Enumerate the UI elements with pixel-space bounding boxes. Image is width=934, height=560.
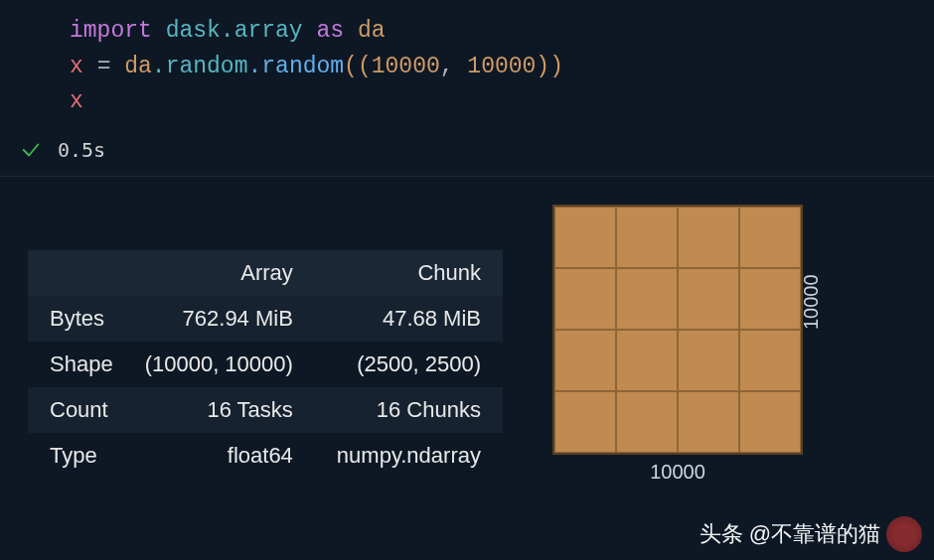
checkmark-icon [20,139,42,161]
chunk-cell [739,207,801,268]
y-axis-label: 10000 [799,274,822,330]
row-label: Bytes [28,296,123,342]
row-chunk: (2500, 2500) [315,342,503,387]
chunk-cell [739,268,801,330]
chunk-cell [739,330,801,391]
row-chunk: 47.68 MiB [315,296,503,342]
row-array: float64 [123,433,315,479]
variable: x [70,88,83,114]
row-array: 16 Tasks [123,387,315,433]
table-row: Shape (10000, 10000) (2500, 2500) [28,342,503,387]
row-label: Shape [28,342,123,387]
chunk-cell [554,391,616,453]
array-info-table: Array Chunk Bytes 762.94 MiB 47.68 MiB S… [28,250,503,479]
arg-2: 10000 [467,54,536,79]
watermark-text: 头条 @不靠谱的猫 [700,519,880,549]
execution-status: 0.5s [0,128,934,176]
table-row: Bytes 762.94 MiB 47.68 MiB [28,296,503,342]
header-chunk: Chunk [315,250,503,296]
code-cell[interactable]: import dask.array as da x = da.random.ra… [0,0,934,128]
array-visualization: 10000 10000 [552,205,860,512]
paren-open: (( [344,54,372,79]
chunk-cell [554,268,616,330]
alias-name: da [358,18,386,44]
comma: , [440,54,468,79]
watermark: 头条 @不靠谱的猫 [700,516,922,552]
row-chunk: 16 Chunks [315,387,503,433]
chunk-cell [739,391,801,453]
submodule: .random [152,54,248,79]
table-row: Count 16 Tasks 16 Chunks [28,387,503,433]
watermark-logo-icon [886,516,922,552]
header-array: Array [123,250,315,296]
execution-time: 0.5s [58,138,105,162]
chunk-cell [678,330,739,391]
row-array: 762.94 MiB [123,296,315,342]
chunk-cell [678,391,739,453]
row-label: Type [28,433,123,479]
chunk-cell [678,268,739,330]
row-chunk: numpy.ndarray [315,433,503,479]
chunk-cell [616,207,678,268]
table-row: Type float64 numpy.ndarray [28,433,503,479]
code-line-1: import dask.array as da [70,14,934,50]
cell-output: Array Chunk Bytes 762.94 MiB 47.68 MiB S… [0,176,934,512]
keyword-import: import [70,18,152,44]
keyword-as: as [316,18,344,44]
chunk-cell [554,330,616,391]
chunk-cell [616,330,678,391]
chunk-cell [616,391,678,453]
header-blank [28,250,123,296]
code-line-2: x = da.random.random((10000, 10000)) [70,50,934,85]
row-array: (10000, 10000) [123,342,315,387]
operator: = [97,54,111,79]
row-label: Count [28,387,123,433]
code-line-3: x [70,84,934,120]
arg-1: 10000 [372,54,440,79]
chunk-cell [616,268,678,330]
paren-close: )) [536,54,563,79]
x-axis-label: 10000 [650,461,705,484]
module-name: dask.array [166,18,303,44]
variable: x [70,54,83,79]
chunk-cell [554,207,616,268]
chunk-cell [678,207,739,268]
method: .random [247,54,344,79]
chunk-grid [552,205,803,455]
object: da [124,54,152,79]
